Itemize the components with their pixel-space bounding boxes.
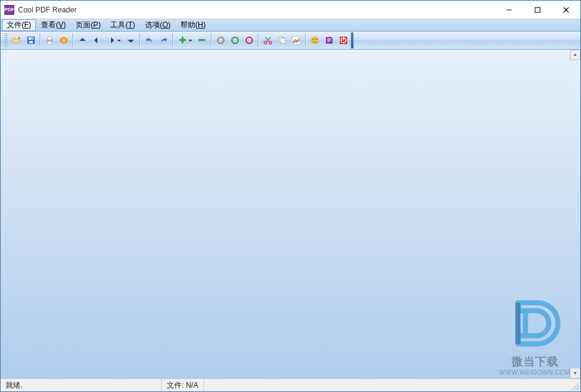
print-button[interactable] (42, 33, 56, 48)
toolbar: i (1, 32, 580, 50)
watermark: 微当下载 WWW.WEIDOWN.COM (499, 296, 570, 376)
watermark-url: WWW.WEIDOWN.COM (499, 369, 570, 376)
menu-view[interactable]: 查看(V) (36, 19, 71, 31)
info-button[interactable]: i (56, 33, 71, 48)
menu-file[interactable]: 文件(F) (2, 19, 36, 31)
view-mode-green-button[interactable] (228, 33, 242, 48)
view-mode-red-button[interactable] (242, 33, 256, 48)
first-page-button[interactable] (75, 33, 89, 48)
svg-rect-10 (48, 42, 51, 44)
menu-options[interactable]: 选项(O) (140, 19, 175, 31)
watermark-text: 微当下载 (499, 354, 570, 369)
svg-rect-28 (327, 38, 331, 39)
toolbar-separator (172, 33, 173, 47)
scroll-up-button[interactable] (570, 50, 580, 60)
titlebar: PDF Cool PDF Reader (1, 1, 580, 19)
copy-button[interactable] (275, 33, 289, 48)
app-icon: PDF (4, 5, 14, 15)
statusbar: 就绪. 文件: N/A (1, 378, 580, 391)
close-button[interactable] (552, 1, 580, 19)
menu-page[interactable]: 页面(P) (71, 19, 105, 31)
svg-point-17 (218, 37, 224, 43)
toolbar-overflow[interactable] (351, 32, 353, 48)
svg-rect-7 (32, 38, 33, 40)
svg-text:i: i (63, 38, 64, 43)
minimize-button[interactable] (495, 1, 523, 19)
menu-tools[interactable]: 工具(T) (105, 19, 140, 31)
maximize-button[interactable] (523, 1, 552, 19)
last-page-button[interactable] (123, 33, 138, 48)
view-mode-gray-button[interactable] (213, 33, 228, 48)
toolbar-separator (305, 33, 306, 47)
menu-help[interactable]: 帮助(H) (175, 19, 211, 31)
zoom-out-button[interactable] (195, 33, 209, 48)
window-title: Cool PDF Reader (18, 6, 495, 14)
resize-grip-icon[interactable] (569, 380, 579, 390)
svg-point-27 (311, 37, 319, 44)
status-ready: 就绪. (1, 379, 162, 391)
exit-button[interactable] (336, 33, 350, 48)
toolbar-separator (211, 33, 211, 47)
svg-rect-29 (327, 40, 331, 40)
chart-button[interactable] (289, 33, 303, 48)
watermark-logo-icon (507, 296, 564, 353)
help-book-button[interactable] (322, 33, 336, 48)
svg-point-19 (246, 37, 252, 43)
svg-rect-15 (179, 39, 186, 41)
vertical-scrollbar[interactable] (570, 50, 580, 378)
svg-rect-25 (281, 38, 285, 43)
status-file-value: N/A (186, 381, 198, 390)
scroll-track[interactable] (570, 60, 580, 368)
toolbar-separator (73, 33, 73, 47)
redo-button[interactable] (156, 33, 171, 48)
zoom-in-button[interactable] (175, 33, 195, 48)
status-file: 文件: N/A (162, 379, 204, 391)
menubar: 文件(F) 查看(V) 页面(P) 工具(T) 选项(O) 帮助(H) (1, 19, 580, 32)
prev-page-button[interactable] (89, 33, 104, 48)
window-controls (495, 1, 580, 19)
svg-point-11 (51, 40, 51, 40)
svg-rect-30 (327, 41, 330, 42)
svg-rect-5 (29, 37, 33, 40)
undo-button[interactable] (142, 33, 156, 48)
scroll-down-button[interactable] (570, 368, 580, 378)
document-area: 微当下载 WWW.WEIDOWN.COM (1, 50, 580, 378)
svg-rect-6 (29, 41, 33, 43)
next-page-button[interactable] (104, 33, 123, 48)
svg-point-18 (232, 37, 238, 43)
app-window: PDF Cool PDF Reader 文件(F) 查看(V) 页面(P) 工具… (0, 0, 581, 392)
svg-rect-9 (48, 37, 51, 40)
toolbar-separator (140, 33, 140, 47)
cut-button[interactable] (260, 33, 275, 48)
open-button[interactable] (9, 33, 24, 48)
svg-rect-1 (535, 7, 540, 12)
save-button[interactable] (24, 33, 38, 48)
toolbar-grip[interactable] (4, 33, 7, 47)
toolbar-separator (40, 33, 40, 47)
svg-rect-16 (198, 39, 205, 41)
toolbar-separator (258, 33, 259, 47)
globe-button[interactable] (308, 33, 322, 48)
